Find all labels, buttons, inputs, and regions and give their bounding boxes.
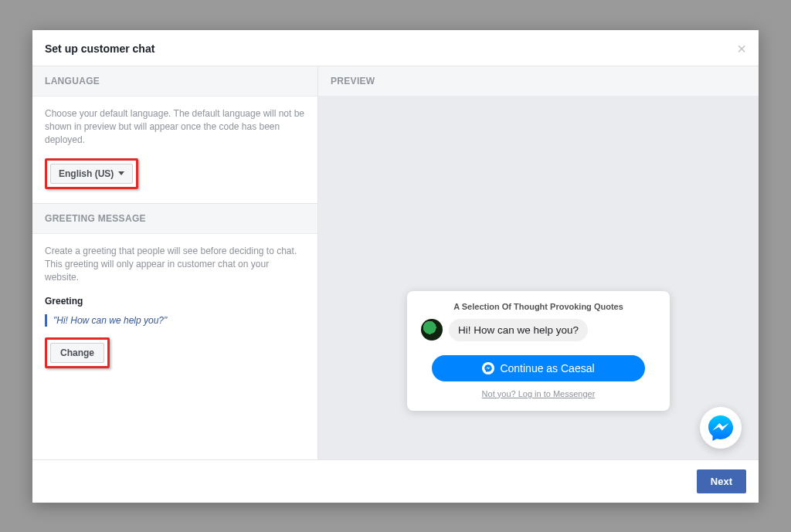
change-button[interactable]: Change xyxy=(50,343,104,363)
continue-as-button[interactable]: Continue as Caesal xyxy=(432,355,645,381)
language-selected-label: English (US) xyxy=(59,168,114,179)
modal-footer: Next xyxy=(32,460,759,503)
chat-widget-card: A Selection Of Thought Provoking Quotes … xyxy=(407,291,670,411)
language-dropdown-highlight: English (US) xyxy=(45,158,138,189)
preview-section-header: Preview xyxy=(318,66,759,97)
language-section-header: Language xyxy=(32,66,317,97)
greeting-section-header: Greeting Message xyxy=(32,204,317,234)
preview-panel: Preview A Selection Of Thought Provoking… xyxy=(318,66,759,459)
chat-page-title: A Selection Of Thought Provoking Quotes xyxy=(421,302,656,311)
messenger-icon xyxy=(708,415,734,441)
page-avatar xyxy=(421,319,443,341)
next-button[interactable]: Next xyxy=(697,469,746,493)
greeting-row: Hi! How can we help you? xyxy=(421,319,656,341)
modal-header: Set up customer chat × xyxy=(32,30,759,66)
messenger-launcher-button[interactable] xyxy=(700,407,742,449)
language-help-text: Choose your default language. The defaul… xyxy=(45,107,305,147)
change-button-highlight: Change xyxy=(45,337,110,368)
modal-title: Set up customer chat xyxy=(45,42,154,55)
language-section-body: Choose your default language. The defaul… xyxy=(32,97,317,204)
preview-area: A Selection Of Thought Provoking Quotes … xyxy=(318,97,759,459)
not-you-link[interactable]: Not you? Log in to Messenger xyxy=(421,389,656,398)
continue-as-label: Continue as Caesal xyxy=(500,362,594,374)
close-icon[interactable]: × xyxy=(737,41,746,56)
greeting-section-body: Create a greeting that people will see b… xyxy=(32,234,317,382)
greeting-preview-text: "Hi! How can we help you?" xyxy=(45,314,305,327)
messenger-icon xyxy=(482,362,494,374)
greeting-label: Greeting xyxy=(45,296,305,307)
language-dropdown[interactable]: English (US) xyxy=(50,164,133,184)
greeting-help-text: Create a greeting that people will see b… xyxy=(45,245,305,285)
chevron-down-icon xyxy=(118,171,124,175)
settings-panel: Language Choose your default language. T… xyxy=(32,66,318,459)
setup-customer-chat-modal: Set up customer chat × Language Choose y… xyxy=(32,30,759,503)
greeting-bubble: Hi! How can we help you? xyxy=(449,319,588,341)
modal-body: Language Choose your default language. T… xyxy=(32,66,759,460)
